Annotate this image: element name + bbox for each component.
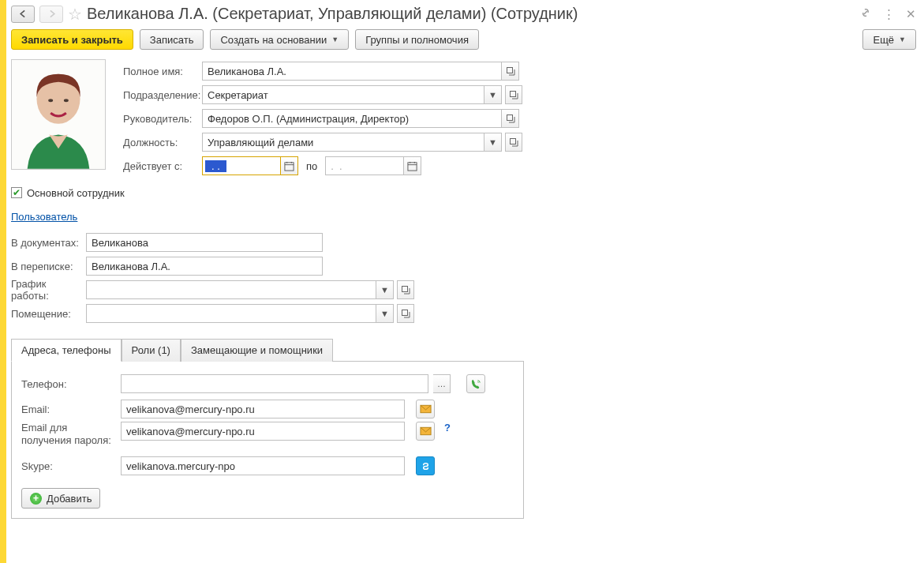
email-label: Email: [21,403,116,415]
page-title: Великанова Л.А. (Секретариат, Управляющи… [87,5,855,23]
add-contact-button[interactable]: + Добавить [21,488,100,509]
room-input[interactable] [86,304,376,323]
svg-rect-7 [511,139,516,145]
svg-rect-6 [507,115,512,121]
svg-point-3 [64,99,69,102]
manager-input[interactable] [202,109,502,128]
kebab-menu-icon[interactable]: ⋮ [883,7,895,21]
add-contact-label: Добавить [47,493,92,505]
department-input[interactable] [202,85,484,104]
open-icon [506,114,515,123]
tab-substitutes[interactable]: Замещающие и помощники [181,339,333,362]
schedule-dropdown-button[interactable]: ▼ [376,280,394,299]
skype-icon [420,460,432,472]
open-icon [401,285,410,295]
skype-label: Skype: [21,460,116,472]
position-dropdown-button[interactable]: ▼ [484,133,502,152]
tab-contacts[interactable]: Адреса, телефоны [11,339,122,362]
forward-button[interactable] [39,6,63,23]
open-room-button[interactable] [397,304,414,323]
create-based-on-button[interactable]: Создать на основании ▼ [210,29,349,50]
position-input[interactable] [202,133,484,152]
open-department-button[interactable] [505,85,522,104]
caret-down-icon: ▼ [380,309,389,318]
main-employee-label: Основной сотрудник [27,187,125,199]
schedule-input[interactable] [86,280,376,299]
skype-input[interactable] [121,456,405,475]
open-icon [509,90,518,99]
close-icon[interactable]: ✕ [906,7,916,21]
email-pwd-label: Email для получения пароля: [21,422,116,446]
email-pwd-input[interactable] [121,422,405,441]
plus-circle-icon: + [30,493,42,505]
department-dropdown-button[interactable]: ▼ [484,85,502,104]
skype-call-button[interactable] [416,456,435,475]
in-mail-label: В переписке: [11,261,86,272]
titlebar: ☆ Великанова Л.А. (Секретариат, Управляю… [11,5,916,29]
envelope-icon [420,404,432,414]
caret-down-icon: ▼ [380,285,389,295]
room-dropdown-button[interactable]: ▼ [376,304,394,323]
valid-to-label: по [306,160,317,172]
envelope-icon [420,426,432,436]
open-position-button[interactable] [505,133,522,152]
svg-rect-5 [511,92,516,97]
user-link[interactable]: Пользователь [11,211,77,223]
favorite-star-icon[interactable]: ☆ [68,6,82,22]
open-schedule-button[interactable] [397,280,414,299]
groups-permissions-button[interactable]: Группы и полномочия [355,29,479,50]
valid-from-label: Действует с: [123,160,202,172]
main-employee-checkbox[interactable]: ✔ [11,187,22,198]
open-icon [509,137,518,147]
phone-more-button[interactable]: … [433,374,451,393]
open-icon [401,309,410,318]
arrow-left-icon [18,9,28,19]
full-name-input[interactable] [202,62,502,81]
in-mail-input[interactable] [86,257,323,276]
open-icon [506,66,515,76]
valid-from-calendar-button[interactable] [281,156,298,175]
open-full-name-button[interactable] [502,62,519,81]
avatar-placeholder-icon [12,59,105,170]
in-docs-input[interactable] [86,233,323,252]
valid-from-input[interactable]: . . [202,156,281,175]
save-label: Записать [150,34,194,46]
open-manager-button[interactable] [502,109,519,128]
more-label: Ещё [873,34,894,46]
full-name-label: Полное имя: [123,66,202,77]
tab-roles[interactable]: Роли (1) [122,339,181,362]
toolbar: Записать и закрыть Записать Создать на о… [11,29,916,59]
send-email-pwd-button[interactable] [416,422,435,441]
more-button[interactable]: Ещё ▼ [862,29,916,50]
help-icon[interactable]: ? [444,422,451,434]
department-label: Подразделение: [123,89,202,101]
call-phone-button[interactable] [466,374,485,393]
link-icon[interactable] [859,6,872,21]
calendar-icon [284,161,294,171]
create-based-on-label: Создать на основании [220,34,327,46]
phone-input[interactable] [121,374,428,393]
schedule-label: График работы: [11,278,86,302]
svg-rect-12 [408,162,417,170]
employee-photo[interactable] [11,59,106,170]
back-button[interactable] [11,6,35,23]
caret-down-icon: ▼ [488,137,497,147]
calendar-icon [407,161,417,171]
svg-rect-8 [285,162,294,170]
svg-point-2 [48,99,53,102]
send-email-button[interactable] [416,400,435,418]
room-label: Помещение: [11,308,86,320]
valid-to-input[interactable] [325,156,404,175]
valid-to-calendar-button[interactable] [404,156,421,175]
save-and-close-button[interactable]: Записать и закрыть [11,29,133,50]
email-input[interactable] [121,400,405,418]
save-and-close-label: Записать и закрыть [21,34,123,46]
save-button[interactable]: Записать [140,29,204,50]
valid-from-value: . . [205,160,226,172]
manager-label: Руководитель: [123,113,202,125]
in-docs-label: В документах: [11,237,86,249]
groups-permissions-label: Группы и полномочия [365,34,469,46]
svg-rect-16 [402,287,408,292]
caret-down-icon: ▼ [899,36,906,43]
caret-down-icon: ▼ [488,90,497,99]
